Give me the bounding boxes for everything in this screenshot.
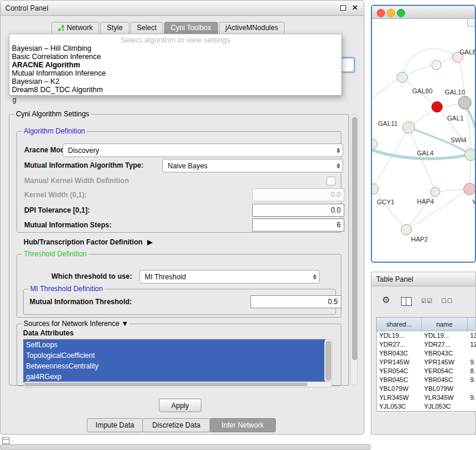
bottom-status-strip	[0, 444, 371, 450]
table-cell: YBL079W	[422, 384, 468, 393]
table-row[interactable]: YBR043CYBR043C	[377, 349, 476, 358]
network-graph: GAL8GAL80GAL10GAL11GAL1SWI4GAL4GCY1HAP4Y…	[372, 19, 475, 262]
table-row[interactable]: YBL079WYBL079W	[377, 384, 476, 393]
table-panel-titlebar[interactable]: Table Panel	[371, 272, 475, 286]
table-row[interactable]: YPR145WYPR145W9.	[377, 358, 476, 367]
table-cell: YER054C	[377, 367, 422, 376]
network-node[interactable]	[432, 60, 441, 70]
table-cell: YJL053C	[377, 402, 422, 411]
table-cell	[468, 349, 476, 358]
table-column-header-shared[interactable]: shared...	[377, 318, 422, 331]
network-edge[interactable]	[458, 57, 465, 103]
algorithm-option-mutual-information-inference[interactable]: Mutual Information Inference	[9, 69, 341, 77]
table-row[interactable]: YBR045CYBR045C9.	[377, 376, 476, 384]
tab-label: Select	[137, 24, 157, 32]
close-traffic-light-icon[interactable]	[377, 9, 385, 17]
mi-threshold-group-title: MI Threshold Definition	[28, 285, 105, 293]
mi-algorithm-type-label: Mutual Information Algorithm Type:	[24, 161, 144, 169]
table-row[interactable]: YLR345WYLR345W9.	[377, 393, 476, 402]
algorithm-definition-title: Algorithm Definition	[22, 127, 87, 135]
table-header-row: shared...name	[377, 318, 476, 331]
show-columns-icon[interactable]	[401, 297, 412, 306]
table-cell: YPR145W	[377, 358, 422, 367]
tab-style[interactable]: Style	[100, 22, 129, 34]
algorithm-combobox-fragment[interactable]	[341, 57, 355, 73]
collapse-arrow-icon[interactable]: ▼	[121, 319, 128, 328]
kernel-width-label: Kernel Width (0,1):	[24, 191, 87, 199]
mi-steps-field[interactable]: 6	[252, 219, 344, 231]
attribute-item-topologicalcoefficient[interactable]: TopologicalCoefficient	[24, 350, 325, 361]
table-row[interactable]: YDR27...YDR27...12	[377, 340, 476, 349]
table-cell: YDL19...	[377, 331, 422, 340]
network-window-titlebar[interactable]	[372, 6, 475, 19]
close-icon[interactable]: ✕	[352, 4, 358, 12]
bottom-tab-impute-data[interactable]: Impute Data	[87, 418, 143, 432]
data-attributes-list[interactable]: SelfLoopsTopologicalCoefficientBetweenne…	[23, 339, 325, 383]
dpi-tolerance-label: DPI Tolerance [0,1]:	[24, 206, 90, 214]
control-panel-titlebar[interactable]: Control Panel ✕	[1, 1, 364, 16]
float-window-icon[interactable]	[340, 5, 346, 11]
table-row[interactable]: YJL053CYJL053C	[377, 402, 476, 411]
apply-button[interactable]: Apply	[159, 399, 201, 412]
aracne-mode-select[interactable]: Discovery	[63, 144, 343, 157]
table-row[interactable]: YDL19...YDL19...13	[377, 331, 476, 340]
algorithm-option-bayesian-hill-climbing[interactable]: Bayesian – Hill Climbing	[9, 44, 341, 53]
table-settings-gear-icon[interactable]: ⚙	[382, 295, 390, 305]
tab-label: Style	[107, 24, 123, 32]
node-label-gal11: GAL11	[378, 120, 397, 127]
mi-threshold-field[interactable]: 0.5	[250, 295, 341, 308]
table-column-header-name[interactable]: name	[422, 318, 468, 331]
table-cell: YBR045C	[377, 376, 422, 384]
table-cell: YJL053C	[422, 402, 468, 411]
attribute-item-selfloops[interactable]: SelfLoops	[24, 340, 325, 350]
network-node[interactable]	[403, 122, 415, 133]
attribute-item-betweennesscentrality[interactable]: BetweennessCentrality	[24, 361, 325, 371]
network-node[interactable]	[458, 96, 471, 109]
network-edge[interactable]	[373, 189, 406, 230]
algorithm-option-aracne-algorithm[interactable]: ARACNE Algorithm	[9, 61, 341, 69]
dpi-tolerance-field[interactable]: 0.0	[252, 204, 344, 217]
minimize-traffic-light-icon[interactable]	[387, 9, 395, 17]
network-node[interactable]	[397, 72, 407, 83]
attribute-item-gal4rgexp[interactable]: gal4RGexp	[24, 371, 325, 382]
tab-cyni-toolbox[interactable]: Cyni Toolbox	[164, 22, 217, 34]
select-all-checks-icon[interactable]: ☑☑	[421, 298, 433, 304]
network-node[interactable]	[431, 187, 440, 197]
sources-group-title: Sources for Network Inference ▼	[22, 319, 130, 328]
algorithm-option-basic-correlation-inference[interactable]: Basic Correlation Inference	[9, 53, 341, 61]
hub-definition-row[interactable]: Hub/Transcription Factor Definition▶	[24, 236, 153, 247]
bottom-tab-discretize-data[interactable]: Discretize Data	[142, 418, 210, 432]
table-row[interactable]: YER054CYER054C8.	[377, 367, 476, 376]
table-column-header-extra[interactable]	[468, 318, 476, 331]
zoom-traffic-light-icon[interactable]	[397, 9, 405, 17]
node-label-y: Y	[472, 198, 475, 206]
minimized-panel-icon[interactable]	[2, 437, 9, 444]
algorithm-dropdown: Select algorithm to view settings Bayesi…	[9, 34, 342, 96]
manual-kernel-width-checkbox[interactable]	[327, 177, 335, 185]
settings-scrollbar[interactable]	[350, 114, 358, 386]
network-node[interactable]	[464, 183, 475, 195]
mi-algorithm-type-select[interactable]: Naive Bayes	[162, 159, 343, 172]
tab-select[interactable]: Select	[131, 22, 163, 34]
network-node[interactable]	[372, 184, 379, 194]
network-canvas[interactable]: GAL8GAL80GAL10GAL11GAL1SWI4GAL4GCY1HAP4Y…	[372, 19, 475, 262]
kernel-width-field[interactable]: 0.0	[252, 188, 344, 201]
tab-network[interactable]: Network	[51, 22, 99, 34]
which-threshold-value: MI Threshold	[145, 273, 186, 281]
algorithm-option-dream8-dc-tdc-algorithm[interactable]: Dream8 DC_TDC Algorithm	[9, 86, 341, 94]
mi-threshold-value: 0.5	[328, 298, 338, 306]
network-node[interactable]	[372, 139, 377, 149]
node-label-hap4: HAP4	[417, 198, 434, 205]
attributes-vertical-scrollbar[interactable]	[324, 339, 332, 383]
tab-jactivemnodules[interactable]: jActiveMNodules	[219, 22, 285, 34]
network-node[interactable]	[432, 102, 442, 112]
deselect-all-checks-icon[interactable]: ☐☐	[441, 298, 453, 304]
algorithm-option-bayesian-k2[interactable]: Bayesian – K2	[9, 77, 341, 86]
network-node[interactable]	[401, 224, 412, 235]
attributes-horizontal-scrollbar[interactable]	[23, 381, 332, 387]
network-node[interactable]	[465, 149, 475, 161]
expand-arrow-icon[interactable]: ▶	[147, 238, 152, 246]
bottom-tab-infer-network[interactable]: Infer Network	[210, 418, 276, 432]
table-cell: YDL19...	[422, 331, 468, 340]
which-threshold-select[interactable]: MI Threshold	[139, 270, 319, 283]
